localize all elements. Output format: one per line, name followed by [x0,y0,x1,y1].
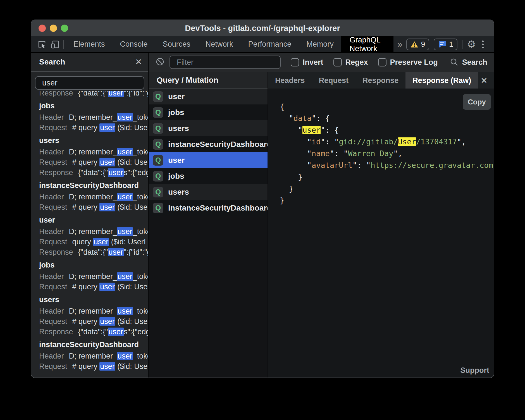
detail-tab-request[interactable]: Request [312,72,356,89]
settings-gear-icon[interactable]: ⚙ [467,39,476,49]
toolbar-left-icons [31,36,66,52]
search-result-line[interactable]: HeaderD; remember_user_token=e [39,112,148,123]
query-list-item[interactable]: Qusers [149,184,268,200]
invert-checkbox-group: Invert [291,58,323,67]
detail-tab-headers[interactable]: Headers [268,72,312,89]
tab-elements[interactable]: Elements [66,36,113,52]
warnings-badge[interactable]: 9 [406,39,429,50]
search-result-group-title[interactable]: jobs [39,101,148,111]
issues-count: 1 [449,40,453,49]
result-text: {"data":{" [78,248,108,256]
search-result-line[interactable]: Request# query user ($id: UserI [39,282,148,292]
search-result-group-title[interactable]: instanceSecurityDashboard [39,180,148,191]
result-text: ($id: UserI [115,123,148,132]
close-window-button[interactable] [39,25,46,32]
json-token: Warren Day [348,149,393,158]
search-result-line[interactable]: HeaderD; remember_user_token=e [39,192,148,202]
search-result-line[interactable]: HeaderD; remember_user_token=e [39,147,148,157]
json-token: ", [457,137,466,146]
search-result-line[interactable]: HeaderD; remember_user_token=e [39,351,148,361]
search-result-group-title[interactable]: users [39,135,148,146]
detail-tab-response-raw[interactable]: Response (Raw) [405,72,478,89]
search-result-line[interactable]: Response{"data":{"users":{"edges [39,168,148,178]
search-result-group-title[interactable]: user [39,215,148,225]
search-input[interactable] [35,76,144,90]
search-result-kind-label: Header [39,113,64,121]
tab-memory[interactable]: Memory [299,36,341,52]
json-line: } [280,183,494,195]
window-title: DevTools - gitlab.com/-/graphql-explorer [185,24,340,33]
minimize-window-button[interactable] [50,25,57,32]
query-list-item[interactable]: Quser [149,89,268,104]
result-text: D; remember_ [69,227,117,236]
json-line: "name": "Warren Day", [280,148,494,159]
invert-checkbox[interactable] [291,58,299,66]
search-result-line[interactable]: HeaderD; remember_user_token=e [39,306,148,316]
inspect-element-icon[interactable] [36,38,49,51]
filter-input[interactable] [170,56,281,69]
json-token: ": [352,161,366,170]
search-result-group: jobsHeaderD; remember_user_token=eReques… [39,260,148,292]
invert-label: Invert [303,58,323,67]
json-token: avatarUrl [312,161,352,170]
support-link[interactable]: Support [460,366,489,375]
json-line: "avatarUrl": "https://secure.gravatar.co… [280,159,494,171]
search-result-line[interactable]: Request# query user ($id: UserI [39,157,148,168]
search-result-line[interactable]: Response{"data":{"user":{"id":"gid [39,91,148,98]
more-options-icon[interactable] [480,40,485,48]
copy-button[interactable]: Copy [463,94,491,110]
clear-icon[interactable] [156,57,164,67]
json-token: { [280,102,284,111]
detail-tab-response[interactable]: Response [355,72,405,89]
query-list-item[interactable]: QinstanceSecurityDashboard [149,200,268,216]
query-list-item[interactable]: Qjobs [149,168,268,184]
warning-triangle-icon [411,41,418,48]
result-text: D; remember_ [69,307,117,315]
search-result-line[interactable]: HeaderD; remember_user_token=e [39,271,148,282]
result-text: _token=e [133,113,148,121]
result-text: ($id: UserI [115,203,148,211]
search-result-line[interactable]: Request# query user ($id: UserI [39,123,148,133]
search-panel-close-icon[interactable]: ✕ [135,58,142,66]
query-list-item-label: jobs [168,172,184,181]
tab-graphql-network[interactable]: GraphQL Network [341,36,393,52]
query-list-item-label: users [168,124,189,133]
search-result-group-title[interactable]: jobs [39,260,148,270]
preserve-log-checkbox[interactable] [378,58,386,66]
zoom-window-button[interactable] [61,25,68,32]
device-toolbar-icon[interactable] [49,38,61,51]
result-text: _token=e [133,148,148,156]
search-result-line[interactable]: Requestquery user ($id: UserI [39,237,148,247]
issues-badge[interactable]: 1 [434,39,457,50]
search-result-line[interactable]: Request# query user ($id: UserI [39,202,148,213]
detail-close-icon[interactable]: ✕ [481,72,494,89]
tab-network[interactable]: Network [198,36,241,52]
search-result-line[interactable]: Response{"data":{"users":{"edges [39,327,148,337]
query-list-item[interactable]: QinstanceSecurityDashboard [149,136,268,152]
tab-sources[interactable]: Sources [155,36,198,52]
query-list-item[interactable]: Qusers [149,120,268,136]
search-result-group: instanceSecurityDashboardHeaderD; rememb… [39,180,148,213]
search-result-group-title[interactable]: users [39,295,148,305]
filter-search-button[interactable]: Search [450,58,487,67]
search-result-kind-label: Header [39,148,64,156]
search-result-line[interactable]: Request# query user ($id: UserI [39,361,148,372]
json-token: ": [321,137,334,146]
search-result-line[interactable]: Response{"data":{"user":{"id":"gid [39,247,148,257]
result-text: D; remember_ [69,352,117,360]
regex-checkbox[interactable] [333,58,342,66]
search-result-line[interactable]: HeaderD; remember_user_token=e [39,226,148,237]
query-type-badge: Q [153,171,163,182]
search-result-group-title[interactable]: instanceSecurityDashboard [39,340,148,350]
toolbar-right-controls: 9 1 ⚙ [406,36,494,52]
highlighted-match: user [93,238,109,246]
more-tabs-icon[interactable]: » [393,36,406,52]
query-list-item[interactable]: Quser [149,152,268,168]
tab-performance[interactable]: Performance [241,36,299,52]
search-result-line[interactable]: Request# query user ($id: UserI [39,316,148,327]
tab-console[interactable]: Console [113,36,155,52]
search-result-kind-label: Response [39,91,73,97]
toolbar-vertical-separator [462,40,462,49]
query-mutation-title: Query / Mutation [149,76,218,85]
query-list-item[interactable]: Qjobs [149,104,268,120]
